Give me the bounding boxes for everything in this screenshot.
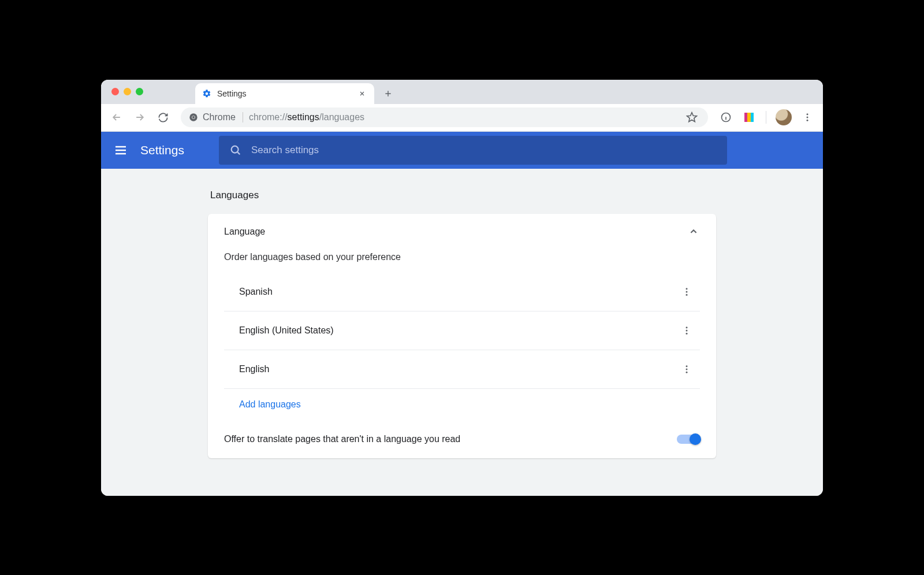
- url-host: settings: [288, 112, 319, 122]
- svg-point-9: [686, 291, 688, 292]
- svg-point-2: [192, 116, 195, 118]
- svg-point-4: [807, 113, 808, 115]
- language-name: English: [239, 364, 269, 374]
- svg-point-11: [686, 327, 688, 328]
- languages-card: Language Order languages based on your p…: [208, 214, 716, 458]
- svg-point-12: [686, 329, 688, 331]
- info-icon[interactable]: [716, 107, 736, 127]
- tab-strip: Settings: [101, 80, 823, 104]
- settings-content: Languages Language Order languages based…: [101, 169, 823, 496]
- app-title: Settings: [140, 143, 184, 157]
- svg-point-8: [686, 288, 688, 290]
- card-title: Language: [224, 227, 265, 237]
- extension-icon[interactable]: [739, 107, 759, 127]
- bookmark-star-button[interactable]: [684, 109, 700, 125]
- address-bar[interactable]: Chrome chrome://settings/languages: [181, 107, 708, 127]
- minimize-window-button[interactable]: [124, 88, 131, 95]
- gear-icon: [202, 89, 211, 98]
- profile-avatar-button[interactable]: [776, 109, 792, 125]
- language-options-button[interactable]: [678, 361, 695, 378]
- search-icon: [229, 144, 242, 157]
- section-heading-languages: Languages: [210, 190, 714, 201]
- svg-point-7: [232, 146, 239, 153]
- browser-window: Settings Chrome chrome://settings/langua…: [101, 80, 823, 496]
- svg-point-10: [686, 294, 688, 295]
- menu-button[interactable]: [113, 142, 129, 158]
- language-name: Spanish: [239, 287, 273, 297]
- search-settings-box[interactable]: [219, 136, 727, 165]
- svg-point-6: [807, 120, 808, 121]
- svg-point-14: [686, 365, 688, 367]
- language-options-button[interactable]: [678, 283, 695, 301]
- url-scheme: chrome://: [249, 112, 288, 122]
- settings-app-header: Settings: [101, 132, 823, 169]
- svg-point-5: [807, 117, 808, 118]
- new-tab-button[interactable]: [380, 86, 396, 102]
- window-controls: [111, 88, 143, 95]
- chrome-icon: [189, 113, 198, 122]
- translate-toggle-row: Offer to translate pages that aren't in …: [208, 422, 716, 458]
- close-tab-button[interactable]: [357, 88, 367, 99]
- browser-tab[interactable]: Settings: [195, 83, 374, 104]
- language-options-button[interactable]: [678, 322, 695, 339]
- translate-label: Offer to translate pages that aren't in …: [224, 434, 460, 444]
- omnibox-chip-text: Chrome: [203, 112, 236, 123]
- browser-toolbar: Chrome chrome://settings/languages: [101, 104, 823, 132]
- forward-button[interactable]: [130, 107, 150, 127]
- language-list: Spanish English (United States) English: [224, 273, 700, 389]
- svg-point-13: [686, 332, 688, 334]
- browser-menu-button[interactable]: [798, 107, 817, 127]
- url-path: /languages: [319, 112, 364, 122]
- language-expander[interactable]: Language: [208, 214, 716, 247]
- fullscreen-window-button[interactable]: [136, 88, 143, 95]
- reload-button[interactable]: [153, 107, 173, 127]
- tab-title: Settings: [217, 89, 247, 98]
- separator: [766, 111, 766, 124]
- add-languages-button[interactable]: Add languages: [224, 389, 700, 422]
- omnibox-url: chrome://settings/languages: [249, 112, 364, 123]
- language-name: English (United States): [239, 325, 334, 336]
- chevron-up-icon: [687, 225, 700, 238]
- toggle-knob: [690, 433, 701, 445]
- close-window-button[interactable]: [111, 88, 119, 95]
- order-hint-text: Order languages based on your preference: [208, 247, 716, 268]
- search-settings-input[interactable]: [251, 144, 717, 156]
- language-row: English: [224, 350, 700, 389]
- language-row: English (United States): [224, 311, 700, 350]
- back-button[interactable]: [107, 107, 126, 127]
- translate-toggle[interactable]: [677, 435, 700, 444]
- svg-point-15: [686, 368, 688, 370]
- site-chip: Chrome: [189, 112, 243, 123]
- language-row: Spanish: [224, 273, 700, 311]
- svg-point-16: [686, 371, 688, 373]
